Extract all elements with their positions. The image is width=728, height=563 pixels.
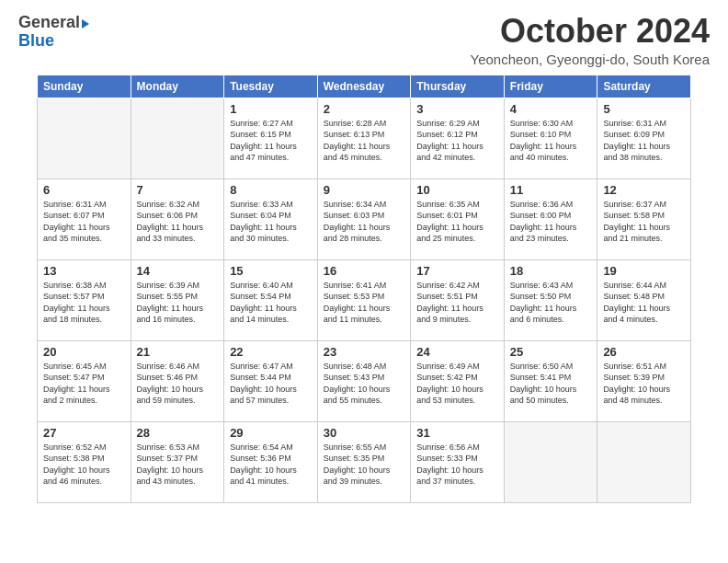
logo-text: General xyxy=(18,13,89,33)
week-row-1: 1Sunrise: 6:27 AMSunset: 6:15 PMDaylight… xyxy=(38,98,691,178)
day-cell: 4Sunrise: 6:30 AMSunset: 6:10 PMDaylight… xyxy=(504,98,597,178)
day-info: Sunrise: 6:29 AMSunset: 6:12 PMDaylight:… xyxy=(416,118,498,164)
month-title: October 2024 xyxy=(471,13,710,50)
day-info: Sunrise: 6:30 AMSunset: 6:10 PMDaylight:… xyxy=(510,118,592,164)
day-number: 13 xyxy=(43,264,125,278)
calendar-wrapper: SundayMondayTuesdayWednesdayThursdayFrid… xyxy=(0,75,728,518)
day-cell: 14Sunrise: 6:39 AMSunset: 5:55 PMDayligh… xyxy=(131,259,224,340)
day-cell: 27Sunrise: 6:52 AMSunset: 5:38 PMDayligh… xyxy=(38,421,131,502)
day-info: Sunrise: 6:43 AMSunset: 5:50 PMDaylight:… xyxy=(510,280,592,326)
day-info: Sunrise: 6:31 AMSunset: 6:09 PMDaylight:… xyxy=(603,118,685,164)
day-number: 27 xyxy=(43,426,125,440)
day-number: 2 xyxy=(324,102,405,116)
day-cell: 25Sunrise: 6:50 AMSunset: 5:41 PMDayligh… xyxy=(504,340,597,421)
location: Yeoncheon, Gyeonggi-do, South Korea xyxy=(471,52,710,67)
day-number: 21 xyxy=(137,345,219,359)
day-number: 31 xyxy=(416,426,498,440)
day-header-sunday: Sunday xyxy=(38,75,131,98)
day-info: Sunrise: 6:47 AMSunset: 5:44 PMDaylight:… xyxy=(230,361,312,407)
day-info: Sunrise: 6:42 AMSunset: 5:51 PMDaylight:… xyxy=(416,280,498,326)
week-row-4: 20Sunrise: 6:45 AMSunset: 5:47 PMDayligh… xyxy=(38,340,691,421)
day-number: 12 xyxy=(603,183,685,197)
day-header-saturday: Saturday xyxy=(597,75,691,98)
day-cell: 17Sunrise: 6:42 AMSunset: 5:51 PMDayligh… xyxy=(411,259,505,340)
day-info: Sunrise: 6:44 AMSunset: 5:48 PMDaylight:… xyxy=(603,280,685,326)
header: General Blue October 2024 Yeoncheon, Gye… xyxy=(0,0,728,75)
day-number: 26 xyxy=(603,345,685,359)
day-cell: 8Sunrise: 6:33 AMSunset: 6:04 PMDaylight… xyxy=(224,178,318,259)
day-number: 15 xyxy=(230,264,312,278)
day-info: Sunrise: 6:49 AMSunset: 5:42 PMDaylight:… xyxy=(416,361,498,407)
day-info: Sunrise: 6:55 AMSunset: 5:35 PMDaylight:… xyxy=(324,442,405,488)
day-number: 24 xyxy=(416,345,498,359)
day-cell: 21Sunrise: 6:46 AMSunset: 5:46 PMDayligh… xyxy=(131,340,224,421)
day-cell: 12Sunrise: 6:37 AMSunset: 5:58 PMDayligh… xyxy=(597,178,691,259)
day-cell xyxy=(504,421,597,502)
day-info: Sunrise: 6:39 AMSunset: 5:55 PMDaylight:… xyxy=(137,280,219,326)
day-cell: 20Sunrise: 6:45 AMSunset: 5:47 PMDayligh… xyxy=(38,340,131,421)
day-number: 28 xyxy=(137,426,219,440)
day-number: 14 xyxy=(137,264,219,278)
day-header-tuesday: Tuesday xyxy=(224,75,318,98)
week-row-3: 13Sunrise: 6:38 AMSunset: 5:57 PMDayligh… xyxy=(38,259,691,340)
day-info: Sunrise: 6:54 AMSunset: 5:36 PMDaylight:… xyxy=(230,442,312,488)
day-info: Sunrise: 6:50 AMSunset: 5:41 PMDaylight:… xyxy=(510,361,592,407)
day-cell: 30Sunrise: 6:55 AMSunset: 5:35 PMDayligh… xyxy=(317,421,411,502)
day-info: Sunrise: 6:35 AMSunset: 6:01 PMDaylight:… xyxy=(416,199,498,245)
day-number: 25 xyxy=(510,345,592,359)
day-number: 29 xyxy=(230,426,312,440)
day-cell: 16Sunrise: 6:41 AMSunset: 5:53 PMDayligh… xyxy=(317,259,411,340)
day-info: Sunrise: 6:37 AMSunset: 5:58 PMDaylight:… xyxy=(603,199,685,245)
day-cell: 10Sunrise: 6:35 AMSunset: 6:01 PMDayligh… xyxy=(411,178,505,259)
day-number: 9 xyxy=(324,183,405,197)
day-cell: 28Sunrise: 6:53 AMSunset: 5:37 PMDayligh… xyxy=(131,421,224,502)
day-info: Sunrise: 6:41 AMSunset: 5:53 PMDaylight:… xyxy=(324,280,405,326)
day-info: Sunrise: 6:36 AMSunset: 6:00 PMDaylight:… xyxy=(510,199,592,245)
day-number: 20 xyxy=(43,345,125,359)
day-number: 8 xyxy=(230,183,312,197)
page: General Blue October 2024 Yeoncheon, Gye… xyxy=(0,0,728,563)
day-cell xyxy=(38,98,131,178)
day-number: 11 xyxy=(510,183,592,197)
day-cell: 13Sunrise: 6:38 AMSunset: 5:57 PMDayligh… xyxy=(38,259,131,340)
logo-arrow-icon xyxy=(82,19,89,29)
day-header-monday: Monday xyxy=(131,75,224,98)
day-number: 17 xyxy=(416,264,498,278)
title-block: October 2024 Yeoncheon, Gyeonggi-do, Sou… xyxy=(471,13,710,67)
day-info: Sunrise: 6:31 AMSunset: 6:07 PMDaylight:… xyxy=(43,199,125,245)
day-cell xyxy=(597,421,691,502)
day-cell: 1Sunrise: 6:27 AMSunset: 6:15 PMDaylight… xyxy=(224,98,318,178)
day-info: Sunrise: 6:52 AMSunset: 5:38 PMDaylight:… xyxy=(43,442,125,488)
day-cell: 18Sunrise: 6:43 AMSunset: 5:50 PMDayligh… xyxy=(504,259,597,340)
day-number: 16 xyxy=(324,264,405,278)
day-number: 3 xyxy=(416,102,498,116)
day-header-wednesday: Wednesday xyxy=(317,75,411,98)
day-cell: 19Sunrise: 6:44 AMSunset: 5:48 PMDayligh… xyxy=(597,259,691,340)
day-info: Sunrise: 6:46 AMSunset: 5:46 PMDaylight:… xyxy=(137,361,219,407)
day-info: Sunrise: 6:53 AMSunset: 5:37 PMDaylight:… xyxy=(137,442,219,488)
header-row: SundayMondayTuesdayWednesdayThursdayFrid… xyxy=(38,75,691,98)
day-info: Sunrise: 6:56 AMSunset: 5:33 PMDaylight:… xyxy=(416,442,498,488)
day-cell: 6Sunrise: 6:31 AMSunset: 6:07 PMDaylight… xyxy=(38,178,131,259)
day-cell: 3Sunrise: 6:29 AMSunset: 6:12 PMDaylight… xyxy=(411,98,505,178)
day-cell xyxy=(131,98,224,178)
day-info: Sunrise: 6:40 AMSunset: 5:54 PMDaylight:… xyxy=(230,280,312,326)
day-cell: 11Sunrise: 6:36 AMSunset: 6:00 PMDayligh… xyxy=(504,178,597,259)
day-cell: 7Sunrise: 6:32 AMSunset: 6:06 PMDaylight… xyxy=(131,178,224,259)
day-cell: 26Sunrise: 6:51 AMSunset: 5:39 PMDayligh… xyxy=(597,340,691,421)
day-info: Sunrise: 6:28 AMSunset: 6:13 PMDaylight:… xyxy=(324,118,405,164)
logo-general-text: General xyxy=(18,13,80,31)
day-info: Sunrise: 6:45 AMSunset: 5:47 PMDaylight:… xyxy=(43,361,125,407)
day-cell: 29Sunrise: 6:54 AMSunset: 5:36 PMDayligh… xyxy=(224,421,318,502)
day-number: 22 xyxy=(230,345,312,359)
day-cell: 22Sunrise: 6:47 AMSunset: 5:44 PMDayligh… xyxy=(224,340,318,421)
day-cell: 15Sunrise: 6:40 AMSunset: 5:54 PMDayligh… xyxy=(224,259,318,340)
logo: General Blue xyxy=(18,13,89,51)
day-cell: 24Sunrise: 6:49 AMSunset: 5:42 PMDayligh… xyxy=(411,340,505,421)
day-number: 10 xyxy=(416,183,498,197)
day-cell: 2Sunrise: 6:28 AMSunset: 6:13 PMDaylight… xyxy=(317,98,411,178)
day-cell: 31Sunrise: 6:56 AMSunset: 5:33 PMDayligh… xyxy=(411,421,505,502)
day-number: 30 xyxy=(324,426,405,440)
day-info: Sunrise: 6:27 AMSunset: 6:15 PMDaylight:… xyxy=(230,118,312,164)
day-number: 23 xyxy=(324,345,405,359)
